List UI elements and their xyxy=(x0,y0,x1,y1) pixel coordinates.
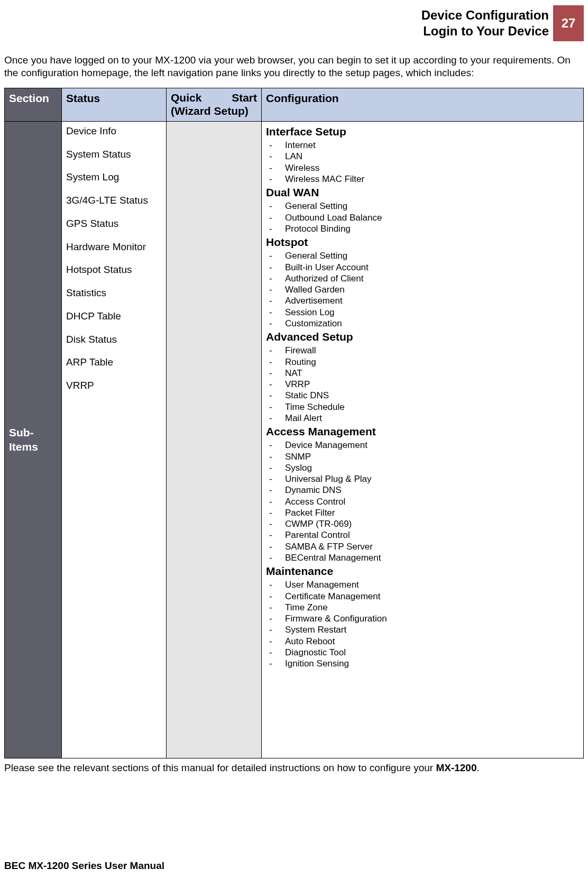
status-item: VRRP xyxy=(66,379,162,392)
config-item: CWMP (TR-069) xyxy=(266,518,579,529)
configuration-cell: Interface SetupInternetLANWirelessWirele… xyxy=(262,121,584,758)
config-group-heading: Dual WAN xyxy=(266,186,579,199)
config-item: Static DNS xyxy=(266,390,579,401)
outro-suffix: . xyxy=(477,762,480,773)
config-group-heading: Access Management xyxy=(266,425,579,438)
config-group-heading: Hotspot xyxy=(266,235,579,249)
quickstart-cell xyxy=(167,121,262,758)
config-item: SNMP xyxy=(266,451,579,462)
config-item: Ignition Sensing xyxy=(266,658,579,669)
quickstart-sub: (Wizard Setup) xyxy=(171,105,249,117)
col-header-configuration: Configuration xyxy=(262,88,584,121)
status-item: ARP Table xyxy=(66,356,162,369)
status-item: Disk Status xyxy=(66,333,162,346)
row-label-subitems: Sub-Items xyxy=(5,121,62,758)
col-header-quickstart: Quick Start (Wizard Setup) xyxy=(167,88,262,121)
config-item: Parental Control xyxy=(266,529,579,541)
config-item: Authorized of Client xyxy=(266,273,579,284)
config-item: Session Log xyxy=(266,307,579,318)
status-item: Device Info xyxy=(66,125,162,138)
status-item: GPS Status xyxy=(66,217,162,230)
header-page-number: 27 xyxy=(553,5,584,41)
config-group-heading: Interface Setup xyxy=(266,125,579,139)
config-item: Outbound Load Balance xyxy=(266,212,579,223)
config-item: System Restart xyxy=(266,624,579,635)
col-header-status: Status xyxy=(62,88,167,121)
config-item: Routing xyxy=(266,356,579,368)
config-item: Firmware & Configuration xyxy=(266,613,579,624)
config-item: Time Zone xyxy=(266,602,579,613)
page-header: Device Configuration Login to Your Devic… xyxy=(4,5,584,41)
config-item: Dynamic DNS xyxy=(266,484,579,496)
header-title-line1: Device Configuration xyxy=(421,8,549,22)
status-item: Hardware Monitor xyxy=(66,241,162,253)
config-item: Firewall xyxy=(266,345,579,356)
quickstart-right: Start xyxy=(232,92,257,104)
quickstart-left: Quick xyxy=(171,92,201,104)
config-item: Packet Filter xyxy=(266,507,579,518)
config-item: Wireless xyxy=(266,162,579,173)
intro-paragraph: Once you have logged on to your MX-1200 … xyxy=(4,54,584,79)
config-item: VRRP xyxy=(266,379,579,390)
config-item: Walled Garden xyxy=(266,284,579,295)
outro-paragraph: Please see the relevant sections of this… xyxy=(4,762,584,774)
config-item: LAN xyxy=(266,151,579,162)
status-cell: Device InfoSystem StatusSystem Log3G/4G-… xyxy=(62,121,167,758)
status-item: Hotspot Status xyxy=(66,263,162,276)
config-item: Internet xyxy=(266,140,579,151)
config-item: Device Management xyxy=(266,440,579,451)
config-item: Certificate Management xyxy=(266,591,579,602)
config-item: Universal Plug & Play xyxy=(266,473,579,484)
status-item: System Log xyxy=(66,171,162,184)
col-header-section: Section xyxy=(5,88,62,121)
config-item: BECentral Management xyxy=(266,552,579,563)
config-item: General Setting xyxy=(266,200,579,212)
table-header-row: Section Status Quick Start (Wizard Setup… xyxy=(5,88,584,121)
table-body-row: Sub-Items Device InfoSystem StatusSystem… xyxy=(5,121,584,758)
config-item: Advertisement xyxy=(266,295,579,306)
config-item: Wireless MAC Filter xyxy=(266,173,579,185)
config-item: User Management xyxy=(266,579,579,590)
outro-prefix: Please see the relevant sections of this… xyxy=(4,762,436,773)
config-item: Access Control xyxy=(266,496,579,507)
header-title: Device Configuration Login to Your Devic… xyxy=(421,5,553,41)
config-group-heading: Maintenance xyxy=(266,564,579,578)
config-item: SAMBA & FTP Server xyxy=(266,541,579,552)
status-item: 3G/4G-LTE Status xyxy=(66,194,162,207)
footer-text: BEC MX-1200 Series User Manual xyxy=(4,859,164,872)
config-item: Diagnostic Tool xyxy=(266,647,579,658)
config-item: General Setting xyxy=(266,250,579,261)
config-item: Time Schedule xyxy=(266,401,579,413)
config-item: Customization xyxy=(266,318,579,329)
config-item: Mail Alert xyxy=(266,413,579,424)
config-group-heading: Advanced Setup xyxy=(266,330,579,344)
status-item: Statistics xyxy=(66,287,162,299)
status-item: System Status xyxy=(66,148,162,161)
sections-table: Section Status Quick Start (Wizard Setup… xyxy=(4,88,584,759)
config-item: Protocol Binding xyxy=(266,223,579,234)
config-item: Auto Reboot xyxy=(266,636,579,647)
config-item: Built-in User Account xyxy=(266,262,579,273)
outro-bold: MX-1200 xyxy=(436,762,476,773)
status-item: DHCP Table xyxy=(66,310,162,323)
header-title-line2: Login to Your Device xyxy=(423,24,549,38)
config-item: NAT xyxy=(266,368,579,379)
config-item: Syslog xyxy=(266,462,579,473)
